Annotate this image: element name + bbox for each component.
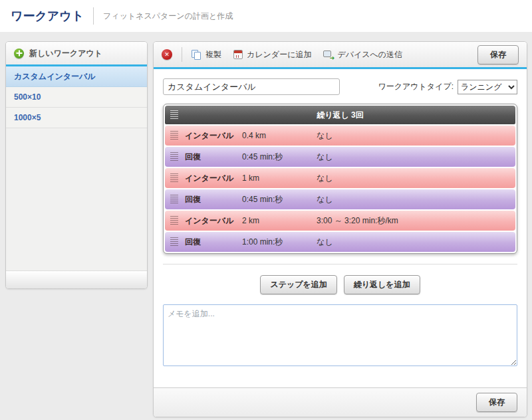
step-duration: 0:45 min:秒 <box>242 194 317 205</box>
notes-textarea[interactable] <box>163 304 517 366</box>
step-target: なし <box>317 173 510 184</box>
editor-footer: 保存 <box>154 387 527 417</box>
step-target: なし <box>317 130 510 142</box>
steps-list: インターバル0.4 kmなし回復0:45 min:秒なしインターバル1 kmなし… <box>165 126 515 252</box>
sidebar-item[interactable]: 500×10 <box>6 87 147 108</box>
page-subtitle: フィットネスパターンの計画と作成 <box>103 11 233 22</box>
new-workout-button[interactable]: 新しいワークアウト <box>6 42 147 66</box>
step-type: 回復 <box>185 194 242 205</box>
sidebar-footer <box>6 270 147 288</box>
workout-type-label: ワークアウトタイプ: <box>378 81 454 92</box>
save-button-top[interactable]: 保存 <box>477 45 519 64</box>
workout-sidebar: 新しいワークアウト カスタムインターバル500×101000×5 <box>5 41 148 289</box>
add-buttons-row: ステップを追加 繰り返しを追加 <box>163 275 517 294</box>
step-row[interactable]: インターバル0.4 kmなし <box>165 126 515 146</box>
workout-editor-panel: 複製 カレンダーに追加 デバイスへの送信 保存 ワークアウトタイプ: ランニング <box>153 41 527 417</box>
add-step-button[interactable]: ステップを追加 <box>260 275 336 294</box>
step-row[interactable]: 回復0:45 min:秒なし <box>165 189 515 209</box>
drag-handle-icon[interactable] <box>170 195 178 205</box>
save-button-bottom[interactable]: 保存 <box>476 393 517 412</box>
step-type: インターバル <box>185 215 242 227</box>
step-type: インターバル <box>185 173 242 184</box>
editor-content: ワークアウトタイプ: ランニング 繰り返し 3回 インターバル0.4 kmなし回… <box>154 69 527 387</box>
drag-handle-icon[interactable] <box>170 216 178 226</box>
plus-icon <box>14 49 24 58</box>
step-duration: 1:00 min:秒 <box>242 237 317 248</box>
add-to-calendar-button[interactable]: カレンダーに追加 <box>233 49 311 60</box>
copy-icon <box>192 50 201 60</box>
drag-handle-icon[interactable] <box>170 173 178 183</box>
page-title: ワークアウト <box>11 8 84 24</box>
sidebar-item[interactable]: カスタムインターバル <box>6 66 147 87</box>
step-duration: 2 km <box>242 216 317 225</box>
add-repeat-button[interactable]: 繰り返しを追加 <box>344 275 420 294</box>
workout-type-group: ワークアウトタイプ: ランニング <box>378 80 517 94</box>
step-row[interactable]: 回復1:00 min:秒なし <box>165 232 515 252</box>
content-divider <box>163 264 517 264</box>
name-row: ワークアウトタイプ: ランニング <box>163 78 517 95</box>
step-target: なし <box>317 237 510 248</box>
send-to-device-label: デバイスへの送信 <box>337 49 402 60</box>
steps-table: 繰り返し 3回 インターバル0.4 kmなし回復0:45 min:秒なしインター… <box>163 104 517 254</box>
drag-handle-icon[interactable] <box>170 152 178 162</box>
duplicate-label: 複製 <box>205 49 221 60</box>
sidebar-filler <box>6 128 147 270</box>
step-duration: 0.4 km <box>242 131 317 140</box>
duplicate-button[interactable]: 複製 <box>192 49 221 60</box>
step-target: なし <box>317 194 510 205</box>
drag-handle-icon[interactable] <box>170 131 178 141</box>
delete-workout-icon[interactable] <box>162 49 172 60</box>
step-type: 回復 <box>185 152 242 163</box>
step-target: なし <box>317 152 510 163</box>
repeat-header[interactable]: 繰り返し 3回 <box>165 106 515 124</box>
repeat-label: 繰り返し 3回 <box>178 110 502 121</box>
toolbar-divider <box>182 47 182 62</box>
drag-handle-icon[interactable] <box>170 237 178 247</box>
device-icon <box>323 51 333 59</box>
page-header: ワークアウト フィットネスパターンの計画と作成 <box>0 0 532 32</box>
new-workout-label: 新しいワークアウト <box>29 48 102 59</box>
calendar-icon <box>233 50 243 59</box>
workout-name-input[interactable] <box>163 78 340 95</box>
step-duration: 1 km <box>242 173 317 183</box>
add-to-calendar-label: カレンダーに追加 <box>247 49 311 60</box>
step-target: 3:00 ～ 3:20 min:秒/km <box>317 215 510 227</box>
step-duration: 0:45 min:秒 <box>242 152 317 163</box>
step-row[interactable]: インターバル2 km3:00 ～ 3:20 min:秒/km <box>165 211 515 231</box>
step-type: 回復 <box>185 237 242 248</box>
sidebar-item[interactable]: 1000×5 <box>6 108 147 128</box>
title-divider <box>93 7 94 25</box>
drag-handle-icon[interactable] <box>170 110 178 120</box>
step-type: インターバル <box>185 130 242 142</box>
workout-list: カスタムインターバル500×101000×5 <box>6 66 147 128</box>
workout-type-select[interactable]: ランニング <box>458 80 517 94</box>
editor-toolbar: 複製 カレンダーに追加 デバイスへの送信 保存 <box>154 42 527 69</box>
send-to-device-button[interactable]: デバイスへの送信 <box>323 49 402 60</box>
step-row[interactable]: 回復0:45 min:秒なし <box>165 147 515 167</box>
step-row[interactable]: インターバル1 kmなし <box>165 168 515 188</box>
